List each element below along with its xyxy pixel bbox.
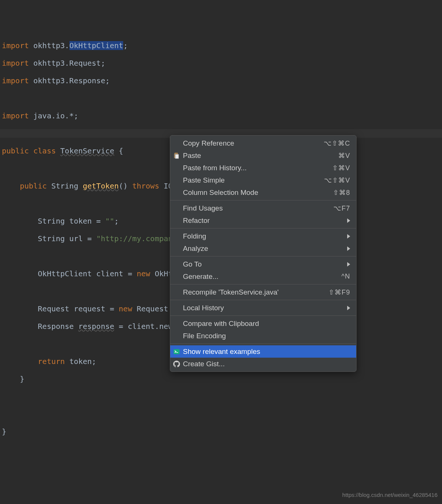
watermark: https://blog.csdn.net/weixin_46285416 bbox=[342, 492, 438, 498]
code-text: { bbox=[114, 146, 123, 155]
menu-item-label: Go To bbox=[183, 260, 350, 268]
code-text: ; bbox=[123, 41, 128, 50]
menu-item-label: Compare with Clipboard bbox=[183, 320, 350, 328]
code-text: } bbox=[2, 427, 6, 436]
kw-import: import bbox=[2, 41, 29, 50]
menu-item-shortcut: ⌥F7 bbox=[333, 204, 350, 212]
menu-item-label: Create Gist... bbox=[183, 360, 350, 368]
menu-item-find-usages[interactable]: Find Usages⌥F7 bbox=[170, 202, 356, 214]
menu-item-shortcut: ⇧⌘8 bbox=[333, 189, 350, 197]
menu-item-refactor[interactable]: Refactor bbox=[170, 214, 356, 227]
code-text: okhttp3. bbox=[29, 41, 69, 50]
menu-item-create-gist[interactable]: Create Gist... bbox=[170, 358, 356, 370]
menu-item-copy-reference[interactable]: Copy Reference⌥⇧⌘C bbox=[170, 137, 356, 149]
menu-item-label: Folding bbox=[183, 232, 350, 240]
menu-item-label: Find Usages bbox=[183, 204, 333, 212]
kw-new: new bbox=[137, 269, 150, 278]
menu-item-paste-simple[interactable]: Paste Simple⌥⇧⌘V bbox=[170, 174, 356, 186]
var-response: response bbox=[78, 322, 114, 331]
menu-item-shortcut: ⌥⇧⌘C bbox=[324, 139, 350, 147]
github-icon bbox=[173, 361, 180, 367]
menu-item-folding[interactable]: Folding bbox=[170, 230, 356, 242]
menu-item-paste[interactable]: Paste⌘V bbox=[170, 149, 356, 162]
code-text: Response bbox=[2, 322, 78, 331]
kw-import: import bbox=[2, 111, 29, 120]
code-text: String token = bbox=[2, 217, 105, 225]
code-text: Request request = bbox=[2, 304, 119, 313]
kw-import: import bbox=[2, 59, 29, 68]
svg-rect-3 bbox=[174, 349, 180, 354]
menu-item-label: Local History bbox=[183, 304, 350, 312]
menu-item-recompile-tokenservice-java[interactable]: Recompile 'TokenService.java'⇧⌘F9 bbox=[170, 286, 356, 298]
code-text: String bbox=[51, 181, 83, 190]
menu-item-column-selection-mode[interactable]: Column Selection Mode⇧⌘8 bbox=[170, 186, 356, 199]
menu-item-paste-from-history[interactable]: Paste from History...⇧⌘V bbox=[170, 162, 356, 174]
menu-item-generate[interactable]: Generate...^N bbox=[170, 270, 356, 283]
menu-item-shortcut: ⌥⇧⌘V bbox=[324, 176, 350, 184]
kw-import: import bbox=[2, 76, 29, 85]
menu-item-label: Analyze bbox=[183, 245, 350, 253]
code-text: String url = bbox=[2, 234, 96, 243]
menu-item-label: Paste from History... bbox=[183, 164, 332, 172]
menu-item-label: Show relevant examples bbox=[183, 348, 350, 356]
menu-separator bbox=[170, 315, 356, 316]
svg-rect-2 bbox=[175, 154, 179, 158]
code-text: () bbox=[119, 181, 132, 190]
menu-item-label: File Encoding bbox=[183, 332, 350, 340]
menu-separator bbox=[170, 228, 356, 228]
kw-throws: throws bbox=[132, 181, 164, 190]
menu-item-shortcut: ⇧⌘V bbox=[332, 164, 350, 172]
menu-item-label: Generate... bbox=[183, 273, 342, 281]
code-text: java.io.*; bbox=[29, 111, 78, 120]
code-text: okhttp3.Response; bbox=[29, 76, 110, 85]
kw-new: new bbox=[119, 304, 132, 313]
menu-item-label: Column Selection Mode bbox=[183, 189, 333, 197]
selected-symbol: OkHttpClient bbox=[69, 41, 124, 50]
menu-item-show-relevant-examples[interactable]: Show relevant examples bbox=[170, 345, 356, 358]
paste-icon bbox=[173, 152, 180, 159]
code-text: } bbox=[2, 374, 24, 383]
menu-item-local-history[interactable]: Local History bbox=[170, 302, 356, 314]
menu-item-analyze[interactable]: Analyze bbox=[170, 242, 356, 255]
kw-public-class: public class bbox=[2, 146, 60, 155]
code-text: okhttp3.Request; bbox=[29, 59, 105, 68]
menu-separator bbox=[170, 256, 356, 256]
menu-item-shortcut: ^N bbox=[342, 273, 350, 280]
menu-item-compare-with-clipboard[interactable]: Compare with Clipboard bbox=[170, 317, 356, 330]
class-name: TokenService bbox=[60, 146, 115, 155]
kw-public: public bbox=[2, 181, 51, 190]
menu-item-label: Refactor bbox=[183, 217, 350, 225]
menu-item-shortcut: ⌘V bbox=[338, 152, 350, 160]
menu-separator bbox=[170, 300, 356, 300]
code-text: OkHttpClient client = bbox=[2, 269, 137, 278]
menu-item-label: Copy Reference bbox=[183, 139, 324, 147]
menu-item-label: Recompile 'TokenService.java' bbox=[183, 288, 329, 296]
menu-item-label: Paste Simple bbox=[183, 176, 324, 184]
menu-item-shortcut: ⇧⌘F9 bbox=[329, 288, 350, 296]
kw-return: return bbox=[2, 357, 69, 366]
method-name: getToken bbox=[83, 181, 119, 190]
menu-item-label: Paste bbox=[183, 152, 338, 160]
menu-separator bbox=[170, 284, 356, 284]
terminal-icon bbox=[173, 348, 180, 355]
menu-item-file-encoding[interactable]: File Encoding bbox=[170, 330, 356, 342]
context-menu[interactable]: Copy Reference⌥⇧⌘CPaste⌘VPaste from Hist… bbox=[170, 135, 357, 372]
menu-separator bbox=[170, 200, 356, 200]
menu-item-go-to[interactable]: Go To bbox=[170, 258, 356, 270]
code-text: token; bbox=[69, 357, 96, 366]
code-text: ; bbox=[114, 217, 119, 225]
menu-separator bbox=[170, 343, 356, 344]
string-literal: "" bbox=[105, 217, 114, 225]
